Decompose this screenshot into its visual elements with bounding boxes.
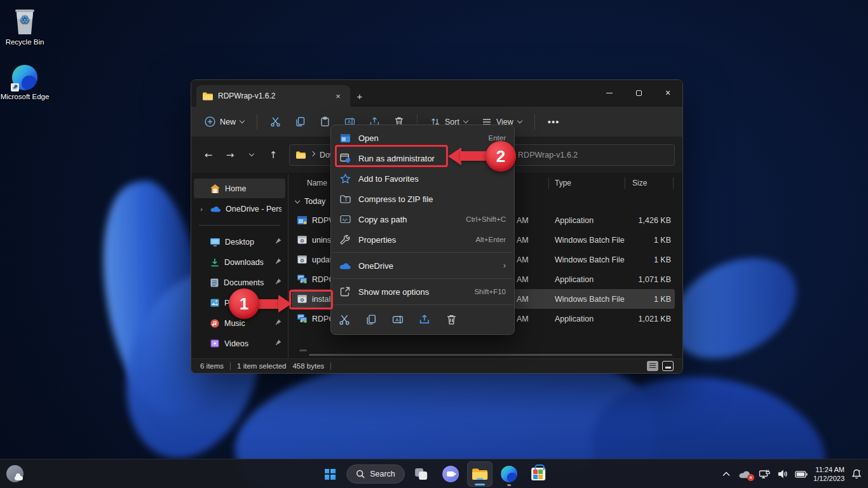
annotation-arrow-1-shaft	[255, 299, 281, 309]
folder-icon	[203, 92, 213, 100]
annotation-step-1-number: 1	[240, 294, 248, 314]
hidden-icons-chevron[interactable]	[720, 468, 733, 480]
sidebar-item-home[interactable]: Home	[194, 179, 285, 198]
system-tray: × 11:24 AM 1/12/2023 z	[720, 459, 863, 488]
menu-item-copy-as-path[interactable]: Copy as path Ctrl+Shift+C	[331, 209, 514, 229]
horizontal-scrollbar[interactable]	[309, 354, 672, 356]
file-date: AM	[517, 216, 529, 225]
back-button[interactable]: ←	[199, 146, 218, 165]
chevron-right-icon[interactable]: ›	[198, 205, 205, 213]
desktop-icon-edge[interactable]: ↗ Microsoft Edge	[0, 65, 50, 100]
thumbnail-view-button[interactable]	[662, 361, 674, 371]
battery-icon[interactable]	[795, 468, 808, 480]
batch-file-icon	[297, 254, 308, 265]
copy-as-path-icon	[339, 214, 351, 225]
menu-item-compress-to-zip[interactable]: Compress to ZIP file	[331, 189, 514, 209]
pin-icon	[275, 278, 281, 287]
share-icon[interactable]	[417, 313, 431, 327]
status-separator	[230, 362, 231, 370]
copy-icon[interactable]	[364, 313, 378, 327]
recent-locations-button[interactable]	[242, 146, 261, 165]
column-header-name[interactable]: Name	[292, 179, 327, 187]
pin-icon	[275, 339, 281, 348]
cut-icon[interactable]	[337, 313, 351, 327]
widgets-weather-icon[interactable]	[6, 465, 24, 482]
column-header-size[interactable]: Size	[632, 179, 647, 187]
task-view-button[interactable]	[409, 461, 434, 487]
videos-icon	[210, 339, 219, 348]
clock-time: 11:24 AM	[815, 465, 844, 474]
tab-close-icon[interactable]: ×	[332, 92, 344, 101]
sidebar-item-label: Videos	[224, 339, 269, 348]
clock-date: 1/12/2023	[813, 474, 844, 483]
edge-icon	[501, 466, 517, 482]
menu-item-add-to-favorites[interactable]: Add to Favorites	[331, 168, 514, 189]
annotation-box-run-as-admin	[335, 145, 448, 167]
menu-item-label: Add to Favorites	[358, 174, 498, 184]
start-button[interactable]	[317, 461, 342, 487]
chat-icon	[442, 466, 459, 482]
desktop-icon-recycle-bin[interactable]: ♻ Recycle Bin	[0, 6, 50, 46]
copy-button[interactable]	[289, 111, 311, 133]
microsoft-store-button[interactable]	[526, 461, 551, 487]
sidebar-splitter[interactable]	[288, 173, 288, 358]
menu-item-onedrive[interactable]: OneDrive ›	[331, 255, 514, 276]
scrollbar-fragment[interactable]	[299, 349, 307, 351]
annotation-step-2: 2	[485, 141, 516, 172]
explorer-tab[interactable]: RDPWrap-v1.6.2 ×	[196, 85, 350, 107]
edge-button[interactable]	[496, 461, 522, 487]
toolbar-divider	[534, 114, 535, 130]
menu-item-shortcut: Enter	[489, 134, 506, 142]
file-size: 1 KB	[614, 236, 671, 245]
details-view-button[interactable]	[647, 361, 658, 371]
sidebar-item-videos[interactable]: Videos	[194, 334, 285, 353]
column-header-type[interactable]: Type	[555, 179, 571, 187]
new-tab-button[interactable]: +	[350, 85, 369, 107]
column-separator[interactable]	[673, 177, 674, 189]
desktop-icon	[210, 238, 220, 247]
trash-icon[interactable]	[444, 313, 458, 327]
paste-icon	[320, 116, 330, 127]
network-icon[interactable]	[758, 468, 771, 480]
menu-item-properties[interactable]: Properties Alt+Enter	[331, 229, 514, 250]
menu-item-show-more-options[interactable]: Show more options Shift+F10	[331, 281, 514, 302]
sidebar-divider	[199, 225, 280, 226]
svg-text:A: A	[348, 119, 351, 125]
forward-button[interactable]: →	[220, 146, 240, 165]
column-separator[interactable]	[625, 177, 625, 189]
star-icon	[339, 173, 351, 184]
menu-item-shortcut: Shift+F10	[474, 288, 506, 295]
menu-separator	[332, 304, 513, 305]
chevron-down-icon	[517, 118, 522, 123]
search-icon	[356, 470, 365, 478]
file-size: 1,021 KB	[614, 315, 671, 323]
file-explorer-button[interactable]	[467, 461, 492, 487]
items-count: 6 items	[200, 362, 224, 370]
teams-chat-button[interactable]	[438, 461, 463, 487]
onedrive-error-icon[interactable]: ×	[738, 469, 752, 479]
status-bar: 6 items 1 item selected 458 bytes	[191, 358, 682, 373]
sidebar-item-downloads[interactable]: Downloads	[194, 252, 285, 272]
shortcut-arrow-icon: ↗	[11, 83, 19, 92]
maximize-button[interactable]	[624, 80, 653, 105]
column-separator[interactable]	[548, 177, 549, 189]
rename-icon[interactable]: A	[391, 313, 405, 327]
sidebar-item-onedrive[interactable]: › OneDrive - Personal	[194, 199, 285, 219]
close-button[interactable]: ×	[653, 80, 682, 105]
file-type: Application	[555, 315, 593, 323]
minimize-button[interactable]	[595, 80, 624, 105]
tab-bar: RDPWrap-v1.6.2 × + ×	[191, 80, 682, 107]
taskbar-search[interactable]: Search	[346, 464, 405, 484]
cut-button[interactable]	[264, 111, 287, 133]
up-button[interactable]: ↑	[264, 146, 283, 165]
see-more-button[interactable]: •••	[542, 111, 566, 133]
breadcrumb-chevron-icon	[310, 151, 315, 156]
music-icon	[210, 319, 219, 328]
new-button[interactable]: New	[199, 111, 250, 133]
sidebar-item-desktop[interactable]: Desktop	[194, 232, 285, 252]
taskbar-clock[interactable]: 11:24 AM 1/12/2023	[813, 465, 844, 484]
sidebar-item-label: Downloads	[224, 258, 269, 267]
notification-bell-icon[interactable]: z	[850, 468, 863, 480]
menu-item-label: Show more options	[358, 287, 466, 297]
volume-icon[interactable]	[776, 468, 789, 480]
